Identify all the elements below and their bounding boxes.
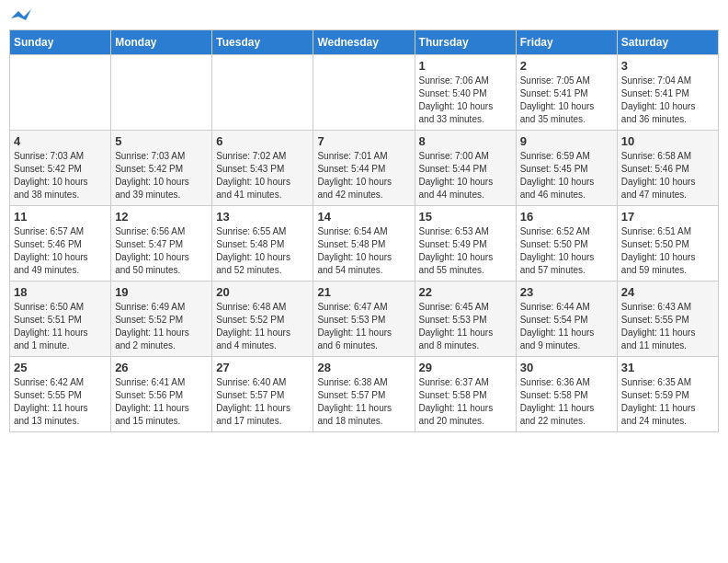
calendar-cell: 14Sunrise: 6:54 AM Sunset: 5:48 PM Dayli… [313,206,415,282]
day-number: 11 [14,210,107,224]
day-of-week-header: Sunday [10,30,111,55]
day-info: Sunrise: 6:47 AM Sunset: 5:53 PM Dayligh… [317,301,410,352]
day-number: 1 [419,59,512,73]
day-info: Sunrise: 7:00 AM Sunset: 5:44 PM Dayligh… [419,150,512,201]
calendar-cell: 4Sunrise: 7:03 AM Sunset: 5:42 PM Daylig… [10,131,111,206]
day-number: 27 [216,361,309,374]
calendar-cell: 10Sunrise: 6:58 AM Sunset: 5:46 PM Dayli… [617,131,718,206]
day-number: 15 [419,210,512,224]
calendar-week-row: 18Sunrise: 6:50 AM Sunset: 5:51 PM Dayli… [10,282,719,357]
day-number: 18 [14,285,107,299]
day-number: 4 [14,134,107,148]
calendar-cell: 8Sunrise: 7:00 AM Sunset: 5:44 PM Daylig… [415,131,516,206]
calendar-cell: 15Sunrise: 6:53 AM Sunset: 5:49 PM Dayli… [415,206,516,282]
day-info: Sunrise: 6:53 AM Sunset: 5:49 PM Dayligh… [419,225,512,277]
page-header [9,9,719,22]
day-number: 31 [621,361,714,374]
day-of-week-header: Thursday [415,30,516,55]
day-info: Sunrise: 6:37 AM Sunset: 5:58 PM Dayligh… [419,376,512,428]
day-info: Sunrise: 6:57 AM Sunset: 5:46 PM Dayligh… [14,225,107,277]
day-info: Sunrise: 6:56 AM Sunset: 5:47 PM Dayligh… [115,225,208,277]
calendar-cell: 12Sunrise: 6:56 AM Sunset: 5:47 PM Dayli… [111,206,212,282]
calendar-cell: 26Sunrise: 6:41 AM Sunset: 5:56 PM Dayli… [111,357,212,432]
day-number: 23 [520,285,613,299]
day-number: 3 [621,59,714,73]
header-row: SundayMondayTuesdayWednesdayThursdayFrid… [10,30,719,55]
calendar-cell: 2Sunrise: 7:05 AM Sunset: 5:41 PM Daylig… [516,55,617,131]
calendar-cell: 9Sunrise: 6:59 AM Sunset: 5:45 PM Daylig… [516,131,617,206]
day-number: 13 [216,210,309,224]
day-of-week-header: Wednesday [313,30,415,55]
day-info: Sunrise: 7:03 AM Sunset: 5:42 PM Dayligh… [115,150,208,201]
day-number: 7 [317,134,410,148]
calendar-header: SundayMondayTuesdayWednesdayThursdayFrid… [10,30,719,55]
day-info: Sunrise: 6:35 AM Sunset: 5:59 PM Dayligh… [621,376,714,428]
day-number: 25 [14,361,107,374]
day-number: 5 [115,134,208,148]
calendar-cell: 6Sunrise: 7:02 AM Sunset: 5:43 PM Daylig… [212,131,313,206]
calendar-cell: 21Sunrise: 6:47 AM Sunset: 5:53 PM Dayli… [313,282,415,357]
calendar-cell: 11Sunrise: 6:57 AM Sunset: 5:46 PM Dayli… [10,206,111,282]
day-info: Sunrise: 6:55 AM Sunset: 5:48 PM Dayligh… [216,225,309,277]
day-number: 17 [621,210,714,224]
day-number: 22 [419,285,512,299]
day-info: Sunrise: 6:59 AM Sunset: 5:45 PM Dayligh… [520,150,613,201]
day-info: Sunrise: 6:54 AM Sunset: 5:48 PM Dayligh… [317,225,410,277]
calendar-cell: 18Sunrise: 6:50 AM Sunset: 5:51 PM Dayli… [10,282,111,357]
day-info: Sunrise: 7:01 AM Sunset: 5:44 PM Dayligh… [317,150,410,201]
day-info: Sunrise: 6:43 AM Sunset: 5:55 PM Dayligh… [621,301,714,352]
day-info: Sunrise: 6:50 AM Sunset: 5:51 PM Dayligh… [14,301,107,352]
calendar-week-row: 4Sunrise: 7:03 AM Sunset: 5:42 PM Daylig… [10,131,719,206]
logo-bird-icon [11,9,31,26]
day-info: Sunrise: 6:45 AM Sunset: 5:53 PM Dayligh… [419,301,512,352]
day-info: Sunrise: 7:06 AM Sunset: 5:40 PM Dayligh… [419,75,512,126]
day-info: Sunrise: 6:48 AM Sunset: 5:52 PM Dayligh… [216,301,309,352]
calendar-week-row: 25Sunrise: 6:42 AM Sunset: 5:55 PM Dayli… [10,357,719,432]
day-info: Sunrise: 6:58 AM Sunset: 5:46 PM Dayligh… [621,150,714,201]
day-number: 24 [621,285,714,299]
calendar-cell [111,55,212,131]
calendar-cell: 7Sunrise: 7:01 AM Sunset: 5:44 PM Daylig… [313,131,415,206]
day-of-week-header: Friday [516,30,617,55]
day-number: 14 [317,210,410,224]
day-number: 9 [520,134,613,148]
calendar-cell: 29Sunrise: 6:37 AM Sunset: 5:58 PM Dayli… [415,357,516,432]
calendar-table: SundayMondayTuesdayWednesdayThursdayFrid… [9,29,719,432]
day-number: 2 [520,59,613,73]
day-info: Sunrise: 6:40 AM Sunset: 5:57 PM Dayligh… [216,376,309,428]
calendar-cell: 22Sunrise: 6:45 AM Sunset: 5:53 PM Dayli… [415,282,516,357]
calendar-cell: 1Sunrise: 7:06 AM Sunset: 5:40 PM Daylig… [415,55,516,131]
day-number: 29 [419,361,512,374]
calendar-cell: 13Sunrise: 6:55 AM Sunset: 5:48 PM Dayli… [212,206,313,282]
day-number: 10 [621,134,714,148]
day-info: Sunrise: 6:52 AM Sunset: 5:50 PM Dayligh… [520,225,613,277]
calendar-cell: 31Sunrise: 6:35 AM Sunset: 5:59 PM Dayli… [617,357,718,432]
calendar-cell: 5Sunrise: 7:03 AM Sunset: 5:42 PM Daylig… [111,131,212,206]
calendar-cell: 30Sunrise: 6:36 AM Sunset: 5:58 PM Dayli… [516,357,617,432]
calendar-cell: 16Sunrise: 6:52 AM Sunset: 5:50 PM Dayli… [516,206,617,282]
calendar-cell: 20Sunrise: 6:48 AM Sunset: 5:52 PM Dayli… [212,282,313,357]
day-info: Sunrise: 6:42 AM Sunset: 5:55 PM Dayligh… [14,376,107,428]
day-number: 8 [419,134,512,148]
day-info: Sunrise: 7:04 AM Sunset: 5:41 PM Dayligh… [621,75,714,126]
day-info: Sunrise: 7:02 AM Sunset: 5:43 PM Dayligh… [216,150,309,201]
day-number: 30 [520,361,613,374]
day-info: Sunrise: 6:41 AM Sunset: 5:56 PM Dayligh… [115,376,208,428]
calendar-cell: 3Sunrise: 7:04 AM Sunset: 5:41 PM Daylig… [617,55,718,131]
day-number: 28 [317,361,410,374]
day-info: Sunrise: 6:36 AM Sunset: 5:58 PM Dayligh… [520,376,613,428]
day-number: 20 [216,285,309,299]
day-info: Sunrise: 6:38 AM Sunset: 5:57 PM Dayligh… [317,376,410,428]
day-of-week-header: Monday [111,30,212,55]
day-number: 19 [115,285,208,299]
calendar-cell: 27Sunrise: 6:40 AM Sunset: 5:57 PM Dayli… [212,357,313,432]
day-info: Sunrise: 6:49 AM Sunset: 5:52 PM Dayligh… [115,301,208,352]
day-number: 12 [115,210,208,224]
logo [9,9,31,22]
calendar-cell: 25Sunrise: 6:42 AM Sunset: 5:55 PM Dayli… [10,357,111,432]
day-info: Sunrise: 6:51 AM Sunset: 5:50 PM Dayligh… [621,225,714,277]
day-of-week-header: Tuesday [212,30,313,55]
day-of-week-header: Saturday [617,30,718,55]
svg-marker-0 [11,9,31,20]
day-number: 21 [317,285,410,299]
